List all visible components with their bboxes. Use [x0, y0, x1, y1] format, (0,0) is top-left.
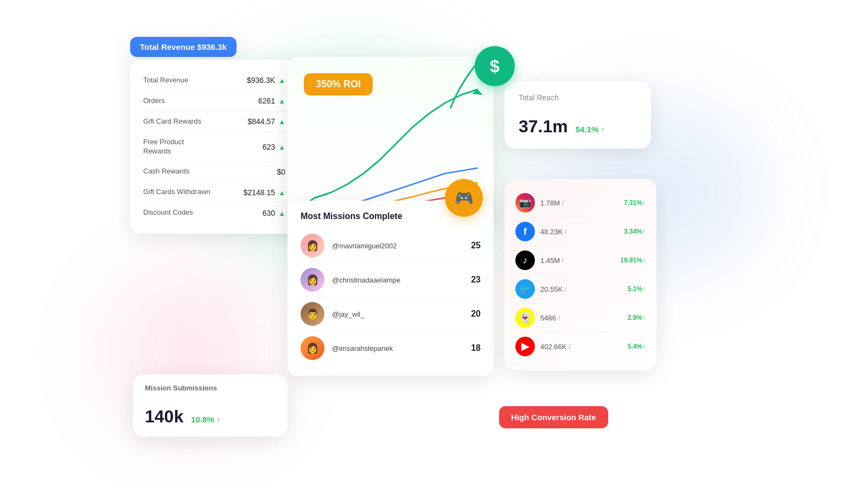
- stat-row: Gift Card Rewards $844.57▲: [143, 112, 285, 132]
- stat-arrow: ▲: [278, 189, 285, 197]
- stat-value: $844.57▲: [248, 117, 285, 126]
- total-reach-card: Total Reach 37.1m 54.1% ↑: [505, 81, 651, 149]
- avatar: 👩: [301, 336, 324, 360]
- stat-value: $0: [277, 168, 285, 176]
- mission-count: 20: [471, 309, 481, 319]
- most-missions-card: Most Missions Complete 👩 @mavriamiguel20…: [288, 201, 494, 376]
- avatar: 👨: [301, 302, 324, 326]
- stat-row: Gift Cards Withdrawn $2148.15▲: [143, 182, 285, 203]
- mission-user-row: 👩 @imsarahstepanek 18: [301, 331, 481, 365]
- mission-count: 23: [471, 275, 481, 285]
- fb-icon: f: [515, 222, 535, 241]
- stat-label: Orders: [143, 97, 165, 106]
- social-value: 402.66K /: [540, 343, 628, 351]
- stat-label: Gift Card Rewards: [143, 117, 201, 126]
- social-pct: 2.9%↑: [628, 314, 646, 322]
- revenue-badge-text: Total Revenue $936.3k: [140, 42, 227, 52]
- stat-row: Free Product Rewards 623▲: [143, 132, 285, 162]
- social-list: 📷 1.78M / 7.31%↑ f 48.23K / 3.34%↑ ♪ 1.4…: [515, 189, 646, 361]
- social-pct: 19.91%↑: [620, 256, 646, 264]
- yt-icon: ▶: [515, 337, 535, 356]
- social-pct: 3.34%↑: [624, 228, 646, 235]
- stat-label: Gift Cards Withdrawn: [143, 188, 210, 197]
- dollar-badge: $: [475, 46, 515, 86]
- social-row: 🐦 20.55K / 5.1%↑: [515, 275, 646, 304]
- social-row: ▶ 402.66K / 5.4%↑: [515, 332, 646, 361]
- roi-badge: 350% ROI: [304, 73, 373, 95]
- game-badge: 🎮: [445, 179, 483, 217]
- stat-label: Total Revenue: [143, 76, 188, 85]
- mission-username: @mavriamiguel2002: [332, 242, 471, 250]
- mission-count: 18: [471, 343, 481, 353]
- stat-arrow: ▲: [278, 97, 285, 105]
- reach-number: 37.1m: [519, 108, 568, 137]
- stat-row: Discount Codes 630▲: [143, 203, 285, 223]
- stat-row: Cash Rewards $0: [143, 162, 285, 182]
- social-row: 📷 1.78M / 7.31%↑: [515, 189, 646, 217]
- stat-value: 630▲: [263, 209, 285, 217]
- social-value: 20.55K /: [540, 285, 628, 293]
- stat-label: Discount Codes: [143, 208, 193, 217]
- mission-number: 140k: [145, 399, 183, 427]
- stat-label: Cash Rewards: [143, 167, 189, 176]
- social-value: 1.78M /: [540, 199, 624, 207]
- stat-row: Orders 6261▲: [143, 91, 285, 112]
- stat-arrow: ▲: [278, 209, 285, 217]
- social-row: ♪ 1.45M / 19.91%↑: [515, 246, 646, 275]
- stat-value: $936.3K▲: [247, 76, 285, 85]
- ig-icon: 📷: [515, 193, 535, 213]
- conversion-badge-text: High Conversion Rate: [511, 413, 596, 422]
- social-value: 5466 /: [540, 314, 628, 322]
- mission-username: @jay_wil_: [332, 310, 471, 318]
- stats-list: Total Revenue $936.3K▲ Orders 6261▲ Gift…: [143, 70, 285, 223]
- stat-value: $2148.15▲: [244, 188, 285, 197]
- social-pct: 5.4%↑: [628, 343, 646, 350]
- mission-user-row: 👨 @jay_wil_ 20: [301, 297, 481, 331]
- mission-submissions-card: Mission Submissions 140k 10.8% ↑: [133, 374, 288, 436]
- social-value: 48.23K /: [540, 228, 624, 236]
- conversion-badge: High Conversion Rate: [499, 406, 608, 428]
- stat-arrow: ▲: [278, 143, 285, 151]
- total-revenue-badge: Total Revenue $936.3k: [130, 37, 237, 57]
- stat-value: 623▲: [263, 143, 285, 151]
- mission-username: @christinadaaelampe: [332, 276, 471, 284]
- avatar: 👩: [301, 234, 324, 258]
- social-row: 👻 5466 / 2.9%↑: [515, 304, 646, 332]
- social-pct: 7.31%↑: [624, 199, 646, 207]
- mission-user-row: 👩 @christinadaaelampe 23: [301, 263, 481, 297]
- tt-icon: ♪: [515, 251, 535, 270]
- stat-arrow: ▲: [278, 118, 285, 126]
- mission-username: @imsarahstepanek: [332, 344, 471, 352]
- sc-icon: 👻: [515, 308, 535, 328]
- social-pct: 5.1%↑: [628, 285, 646, 293]
- stat-arrow: ▲: [278, 76, 285, 85]
- mission-count: 25: [471, 241, 481, 251]
- social-row: f 48.23K / 3.34%↑: [515, 217, 646, 246]
- social-stats-card: 📷 1.78M / 7.31%↑ f 48.23K / 3.34%↑ ♪ 1.4…: [505, 179, 656, 370]
- mission-submissions-title: Mission Submissions: [145, 384, 276, 392]
- reach-title: Total Reach: [519, 93, 637, 102]
- dollar-icon: $: [490, 56, 500, 76]
- mission-pct: 10.8% ↑: [191, 415, 220, 424]
- game-icon: 🎮: [455, 189, 474, 207]
- social-value: 1.45M /: [540, 256, 620, 265]
- stat-value: 6261▲: [258, 97, 285, 105]
- stat-row: Total Revenue $936.3K▲: [143, 70, 285, 91]
- reach-pct: 54.1% ↑: [576, 125, 605, 134]
- tw-icon: 🐦: [515, 279, 535, 299]
- avatar: 👩: [301, 268, 324, 292]
- revenue-stats-card: Total Revenue $936.3K▲ Orders 6261▲ Gift…: [130, 60, 298, 234]
- mission-user-row: 👩 @mavriamiguel2002 25: [301, 229, 481, 263]
- missions-list: 👩 @mavriamiguel2002 25 👩 @christinadaael…: [301, 229, 481, 365]
- stat-label: Free Product Rewards: [143, 138, 214, 156]
